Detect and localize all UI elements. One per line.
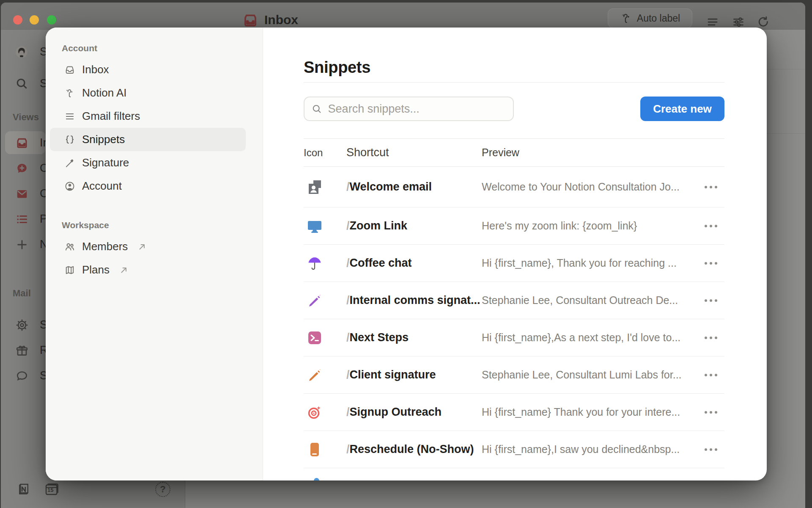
- sidebar-item-inbox[interactable]: Inbox: [50, 58, 246, 81]
- page-title: Snippets: [304, 58, 724, 77]
- snippet-preview: Hi {first_name} Thank you for your inter…: [482, 406, 697, 418]
- settings-sidebar: Account Inbox Notion AI: [46, 28, 263, 480]
- book-icon: [307, 442, 322, 457]
- terminal-icon: [307, 330, 322, 345]
- snippet-preview: Hi {first_name},As a next step, I'd love…: [482, 331, 697, 344]
- sidebar-item-label: Members: [82, 240, 128, 253]
- inbox-icon[interactable]: [16, 137, 28, 149]
- map-icon: [64, 265, 75, 276]
- row-menu-button[interactable]: [697, 410, 724, 414]
- search-icon: [311, 103, 322, 115]
- settings-modal: Account Inbox Notion AI: [46, 28, 767, 480]
- filter-menu-icon[interactable]: [706, 16, 719, 28]
- pencil-icon: [307, 293, 322, 308]
- calendar-icon[interactable]: 15: [44, 482, 59, 497]
- snippet-shortcut: Reschedule (No-Show): [350, 443, 474, 456]
- column-header-shortcut: Shortcut: [346, 146, 482, 159]
- auto-label-button[interactable]: Auto label: [608, 8, 692, 28]
- search-icon[interactable]: [15, 77, 28, 90]
- table-row[interactable]: /Next Steps Hi {first_name},As a next st…: [304, 319, 724, 356]
- views-section-label: Views: [13, 112, 39, 123]
- column-header-icon: Icon: [304, 147, 346, 159]
- row-menu-button[interactable]: [697, 261, 724, 265]
- person-circle-icon: [64, 181, 75, 192]
- table-row[interactable]: /Welcome email Welcome to Your Notion Co…: [304, 167, 724, 207]
- ellipsis-icon: [704, 447, 718, 452]
- row-menu-button[interactable]: [697, 224, 724, 228]
- row-menu-button[interactable]: [697, 298, 724, 303]
- table-row[interactable]: /Coffee chat Hi {first_name}, Thank you …: [304, 245, 724, 282]
- help-icon[interactable]: ?: [155, 482, 170, 497]
- sidebar-item-plans[interactable]: Plans: [50, 258, 246, 282]
- display-settings-icon[interactable]: [732, 16, 745, 28]
- row-menu-button[interactable]: [697, 447, 724, 452]
- table-row-partial: [304, 468, 724, 480]
- create-new-button[interactable]: Create new: [640, 97, 724, 121]
- mail-section-label: Mail: [13, 288, 31, 299]
- ellipsis-icon: [704, 410, 718, 414]
- table-row[interactable]: /Signup Outreach Hi {first_name} Thank y…: [304, 394, 724, 431]
- refresh-icon[interactable]: [757, 16, 770, 28]
- help-glyph: ?: [160, 484, 165, 495]
- zoom-window-button[interactable]: [47, 15, 56, 25]
- search-input[interactable]: [328, 102, 506, 116]
- sidebar-item-members[interactable]: Members: [50, 235, 246, 258]
- snippet-shortcut: Next Steps: [350, 331, 409, 344]
- row-menu-button[interactable]: [697, 185, 724, 189]
- table-row[interactable]: /Client signature Stephanie Lee, Consult…: [304, 356, 724, 394]
- background-topbar: Inbox Auto label: [1, 3, 805, 30]
- ellipsis-icon: [704, 336, 718, 340]
- members-icon: [64, 241, 75, 252]
- contact-card-icon: [307, 179, 322, 195]
- close-window-button[interactable]: [13, 15, 22, 25]
- envelope-icon[interactable]: [16, 188, 28, 200]
- snippet-preview: Hi {first_name},I saw you declined&nbsp.…: [482, 443, 697, 456]
- table-row[interactable]: /Reschedule (No-Show) Hi {first_name},I …: [304, 431, 724, 468]
- list-icon[interactable]: [16, 213, 28, 226]
- sidebar-item-label: Notion AI: [82, 86, 127, 99]
- snippet-preview: Stephanie Lee, Consultant Lumi Labs for.…: [482, 369, 697, 381]
- sidebar-item-notion-ai[interactable]: Notion AI: [50, 81, 246, 105]
- avatar[interactable]: [15, 46, 28, 58]
- workspace-section-header: Workspace: [62, 220, 263, 231]
- braces-icon: [64, 134, 75, 145]
- pencil-icon: [307, 367, 322, 383]
- sidebar-item-gmail-filters[interactable]: Gmail filters: [50, 105, 246, 128]
- sidebar-item-account[interactable]: Account: [50, 174, 246, 198]
- ellipsis-icon: [704, 224, 718, 228]
- notion-logo-icon[interactable]: [16, 482, 31, 497]
- divider: [304, 82, 724, 83]
- sidebar-item-label: Account: [82, 179, 122, 193]
- table-row[interactable]: /Zoom Link Here's my zoom link: {zoom_li…: [304, 207, 724, 245]
- account-section-header: Account: [62, 43, 263, 54]
- ellipsis-icon: [704, 261, 718, 265]
- external-link-icon: [119, 265, 129, 275]
- minimize-window-button[interactable]: [30, 15, 39, 25]
- sidebar-item-label: Snippets: [82, 133, 125, 146]
- ellipsis-icon: [704, 298, 718, 303]
- snippet-search-box[interactable]: [304, 97, 514, 121]
- snippet-shortcut: Welcome email: [350, 180, 432, 193]
- row-menu-button[interactable]: [697, 373, 724, 377]
- table-header-row: Icon Shortcut Preview: [304, 139, 724, 167]
- snippet-shortcut: Zoom Link: [350, 219, 408, 232]
- row-menu-button[interactable]: [697, 336, 724, 340]
- snippets-table: Icon Shortcut Preview /Welcome email Wel…: [304, 138, 724, 480]
- gift-icon[interactable]: [15, 344, 29, 357]
- chat-add-icon[interactable]: [16, 162, 28, 175]
- sidebar-item-label: Plans: [82, 263, 110, 276]
- table-row[interactable]: /Internal comms signat... Stephanie Lee,…: [304, 282, 724, 319]
- filter-lines-icon: [64, 111, 75, 122]
- settings-content: Snippets Create new Icon Shortcut Previe…: [263, 28, 767, 480]
- notion-ai-icon: [620, 12, 633, 25]
- sidebar-item-snippets[interactable]: Snippets: [50, 128, 246, 151]
- snippet-shortcut: Internal comms signat...: [350, 294, 480, 306]
- chat-bubble-icon[interactable]: [15, 369, 29, 383]
- snippet-preview: Welcome to Your Notion Consultation Jo..…: [482, 181, 697, 193]
- sidebar-item-signature[interactable]: Signature: [50, 151, 246, 174]
- plus-icon[interactable]: [16, 238, 28, 251]
- sidebar-item-label: Signature: [82, 156, 129, 169]
- ellipsis-icon: [704, 185, 718, 189]
- gear-icon[interactable]: [15, 318, 29, 332]
- sidebar-item-label: Inbox: [82, 63, 109, 76]
